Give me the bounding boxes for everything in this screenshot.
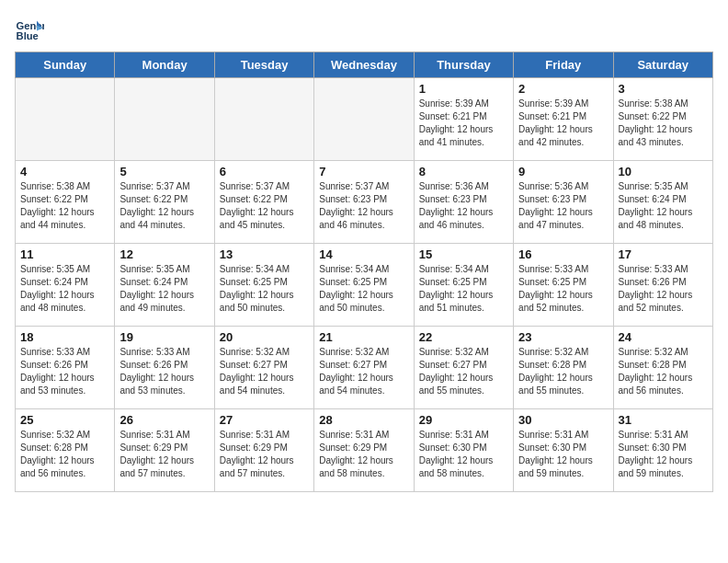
day-header-tuesday: Tuesday <box>214 52 313 78</box>
calendar-cell: 5Sunrise: 5:37 AMSunset: 6:22 PMDaylight… <box>115 161 214 244</box>
calendar-cell: 1Sunrise: 5:39 AMSunset: 6:21 PMDaylight… <box>414 78 513 161</box>
day-info: Sunrise: 5:32 AMSunset: 6:28 PMDaylight:… <box>518 346 608 397</box>
day-info: Sunrise: 5:31 AMSunset: 6:30 PMDaylight:… <box>518 429 608 480</box>
day-header-sunday: Sunday <box>16 52 115 78</box>
day-info: Sunrise: 5:32 AMSunset: 6:28 PMDaylight:… <box>619 346 708 397</box>
day-info: Sunrise: 5:33 AMSunset: 6:25 PMDaylight:… <box>518 263 608 315</box>
calendar-cell: 16Sunrise: 5:33 AMSunset: 6:25 PMDayligh… <box>514 244 613 327</box>
calendar-header-row: SundayMondayTuesdayWednesdayThursdayFrid… <box>16 52 713 78</box>
calendar-cell: 10Sunrise: 5:35 AMSunset: 6:24 PMDayligh… <box>613 161 712 244</box>
calendar-cell: 21Sunrise: 5:32 AMSunset: 6:27 PMDayligh… <box>314 327 414 409</box>
calendar-cell: 26Sunrise: 5:31 AMSunset: 6:29 PMDayligh… <box>115 409 214 492</box>
calendar-cell: 24Sunrise: 5:32 AMSunset: 6:28 PMDayligh… <box>613 327 712 409</box>
day-info: Sunrise: 5:36 AMSunset: 6:23 PMDaylight:… <box>419 180 508 232</box>
day-number: 25 <box>20 413 109 427</box>
day-number: 4 <box>20 165 109 178</box>
day-number: 3 <box>619 82 708 96</box>
day-number: 29 <box>419 413 508 427</box>
logo-icon: General Blue <box>15 15 44 44</box>
day-info: Sunrise: 5:35 AMSunset: 6:24 PMDaylight:… <box>119 263 209 315</box>
calendar-week-5: 25Sunrise: 5:32 AMSunset: 6:28 PMDayligh… <box>16 409 713 492</box>
calendar-cell: 3Sunrise: 5:38 AMSunset: 6:22 PMDaylight… <box>613 78 712 161</box>
day-number: 8 <box>419 165 508 178</box>
calendar-cell: 8Sunrise: 5:36 AMSunset: 6:23 PMDaylight… <box>414 161 513 244</box>
day-number: 16 <box>518 247 608 261</box>
day-info: Sunrise: 5:31 AMSunset: 6:29 PMDaylight:… <box>220 429 309 480</box>
day-header-wednesday: Wednesday <box>314 52 414 78</box>
calendar-cell: 27Sunrise: 5:31 AMSunset: 6:29 PMDayligh… <box>214 409 313 492</box>
day-number: 7 <box>319 165 408 178</box>
calendar-cell <box>314 78 414 161</box>
calendar-cell: 12Sunrise: 5:35 AMSunset: 6:24 PMDayligh… <box>115 244 214 327</box>
day-info: Sunrise: 5:31 AMSunset: 6:29 PMDaylight:… <box>319 429 408 480</box>
day-number: 6 <box>220 165 309 178</box>
day-number: 9 <box>518 165 608 178</box>
day-info: Sunrise: 5:33 AMSunset: 6:26 PMDaylight:… <box>619 263 708 315</box>
day-info: Sunrise: 5:34 AMSunset: 6:25 PMDaylight:… <box>319 263 408 315</box>
day-info: Sunrise: 5:37 AMSunset: 6:22 PMDaylight:… <box>220 180 309 232</box>
day-number: 1 <box>419 82 508 96</box>
svg-text:Blue: Blue <box>17 30 39 41</box>
day-number: 19 <box>119 330 209 344</box>
day-number: 28 <box>319 413 408 427</box>
day-number: 24 <box>619 330 708 344</box>
day-info: Sunrise: 5:33 AMSunset: 6:26 PMDaylight:… <box>20 346 109 397</box>
day-number: 27 <box>220 413 309 427</box>
calendar-cell: 20Sunrise: 5:32 AMSunset: 6:27 PMDayligh… <box>214 327 313 409</box>
day-number: 31 <box>619 413 708 427</box>
day-number: 5 <box>119 165 209 178</box>
day-number: 21 <box>319 330 408 344</box>
calendar-cell: 9Sunrise: 5:36 AMSunset: 6:23 PMDaylight… <box>514 161 613 244</box>
logo: General Blue <box>15 15 48 44</box>
calendar-cell: 29Sunrise: 5:31 AMSunset: 6:30 PMDayligh… <box>414 409 513 492</box>
day-info: Sunrise: 5:37 AMSunset: 6:23 PMDaylight:… <box>319 180 408 232</box>
day-header-friday: Friday <box>514 52 613 78</box>
day-number: 26 <box>119 413 209 427</box>
day-info: Sunrise: 5:38 AMSunset: 6:22 PMDaylight:… <box>20 180 109 232</box>
calendar-cell: 30Sunrise: 5:31 AMSunset: 6:30 PMDayligh… <box>514 409 613 492</box>
day-number: 2 <box>518 82 608 96</box>
calendar-cell: 18Sunrise: 5:33 AMSunset: 6:26 PMDayligh… <box>16 327 115 409</box>
calendar-cell <box>115 78 214 161</box>
calendar-cell: 6Sunrise: 5:37 AMSunset: 6:22 PMDaylight… <box>214 161 313 244</box>
calendar-week-4: 18Sunrise: 5:33 AMSunset: 6:26 PMDayligh… <box>16 327 713 409</box>
calendar-cell <box>214 78 313 161</box>
page-header: General Blue <box>15 15 713 44</box>
day-header-thursday: Thursday <box>414 52 513 78</box>
calendar-cell: 7Sunrise: 5:37 AMSunset: 6:23 PMDaylight… <box>314 161 414 244</box>
day-info: Sunrise: 5:31 AMSunset: 6:30 PMDaylight:… <box>619 429 708 480</box>
calendar-cell: 19Sunrise: 5:33 AMSunset: 6:26 PMDayligh… <box>115 327 214 409</box>
day-number: 12 <box>119 247 209 261</box>
day-number: 30 <box>518 413 608 427</box>
day-info: Sunrise: 5:36 AMSunset: 6:23 PMDaylight:… <box>518 180 608 232</box>
day-info: Sunrise: 5:32 AMSunset: 6:27 PMDaylight:… <box>220 346 309 397</box>
calendar-table: SundayMondayTuesdayWednesdayThursdayFrid… <box>15 52 713 492</box>
day-number: 22 <box>419 330 508 344</box>
calendar-cell: 4Sunrise: 5:38 AMSunset: 6:22 PMDaylight… <box>16 161 115 244</box>
calendar-cell: 17Sunrise: 5:33 AMSunset: 6:26 PMDayligh… <box>613 244 712 327</box>
day-info: Sunrise: 5:34 AMSunset: 6:25 PMDaylight:… <box>419 263 508 315</box>
day-info: Sunrise: 5:39 AMSunset: 6:21 PMDaylight:… <box>518 98 608 149</box>
day-number: 23 <box>518 330 608 344</box>
day-info: Sunrise: 5:31 AMSunset: 6:29 PMDaylight:… <box>119 429 209 480</box>
calendar-cell: 15Sunrise: 5:34 AMSunset: 6:25 PMDayligh… <box>414 244 513 327</box>
day-number: 11 <box>20 247 109 261</box>
day-header-saturday: Saturday <box>613 52 712 78</box>
day-number: 15 <box>419 247 508 261</box>
day-number: 14 <box>319 247 408 261</box>
day-info: Sunrise: 5:37 AMSunset: 6:22 PMDaylight:… <box>119 180 209 232</box>
day-number: 13 <box>220 247 309 261</box>
day-info: Sunrise: 5:35 AMSunset: 6:24 PMDaylight:… <box>619 180 708 232</box>
calendar-cell: 23Sunrise: 5:32 AMSunset: 6:28 PMDayligh… <box>514 327 613 409</box>
calendar-cell: 22Sunrise: 5:32 AMSunset: 6:27 PMDayligh… <box>414 327 513 409</box>
day-info: Sunrise: 5:35 AMSunset: 6:24 PMDaylight:… <box>20 263 109 315</box>
day-info: Sunrise: 5:34 AMSunset: 6:25 PMDaylight:… <box>220 263 309 315</box>
day-info: Sunrise: 5:32 AMSunset: 6:28 PMDaylight:… <box>20 429 109 480</box>
calendar-cell: 31Sunrise: 5:31 AMSunset: 6:30 PMDayligh… <box>613 409 712 492</box>
calendar-cell: 11Sunrise: 5:35 AMSunset: 6:24 PMDayligh… <box>16 244 115 327</box>
day-info: Sunrise: 5:38 AMSunset: 6:22 PMDaylight:… <box>619 98 708 149</box>
calendar-week-2: 4Sunrise: 5:38 AMSunset: 6:22 PMDaylight… <box>16 161 713 244</box>
calendar-cell: 28Sunrise: 5:31 AMSunset: 6:29 PMDayligh… <box>314 409 414 492</box>
calendar-cell: 25Sunrise: 5:32 AMSunset: 6:28 PMDayligh… <box>16 409 115 492</box>
calendar-cell: 2Sunrise: 5:39 AMSunset: 6:21 PMDaylight… <box>514 78 613 161</box>
